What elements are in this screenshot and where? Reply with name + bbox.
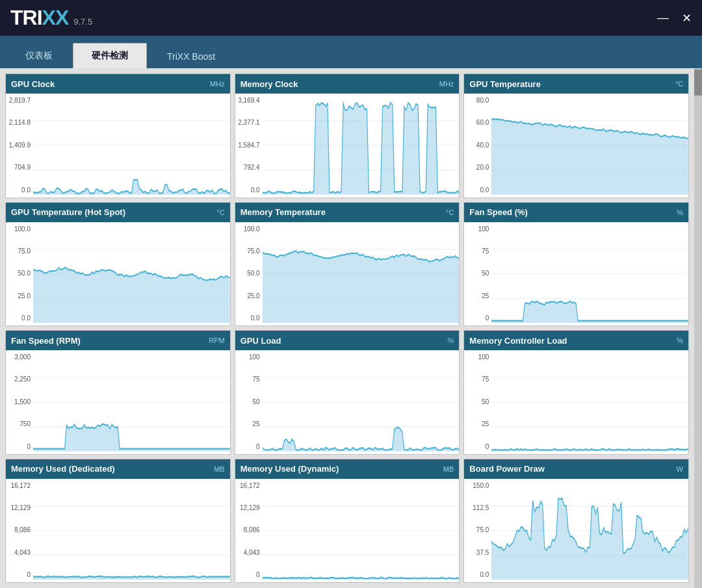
- y-axis-gpu-load: 1007550250: [235, 353, 263, 452]
- y-axis-label: 0.0: [21, 315, 31, 322]
- chart-unit-gpu-load: %: [448, 337, 454, 344]
- app-logo: TRIXX 9.7.5: [10, 6, 92, 30]
- tab-bar: 仪表板 硬件检测 TriXX Boost: [0, 36, 702, 68]
- y-axis-label: 50.0: [247, 270, 259, 277]
- y-axis-label: 1,584.7: [238, 142, 259, 149]
- chart-body-memory-clock: 3,169.42,377.11,584.7792.40.0: [235, 94, 460, 198]
- y-axis-label: 2,819.7: [9, 97, 31, 104]
- y-axis-gpu-temp: 80.060.040.020.00.0: [464, 96, 491, 195]
- chart-unit-memory-temp: °C: [446, 209, 454, 216]
- chart-title-mem-ctrl-load: Memory Controller Load: [469, 336, 567, 346]
- y-axis-label: 75.0: [476, 527, 489, 533]
- chart-body-gpu-temp-hotspot: 100.075.050.025.00.0: [6, 222, 230, 326]
- chart-header-fan-speed-pct: Fan Speed (%)%: [464, 203, 688, 222]
- y-axis-label: 50: [482, 270, 489, 277]
- chart-title-fan-speed-pct: Fan Speed (%): [469, 207, 528, 217]
- y-axis-label: 80.0: [476, 97, 489, 104]
- chart-title-gpu-load: GPU Load: [240, 336, 281, 346]
- y-axis-label: 2,377.1: [238, 120, 259, 126]
- y-axis-mem-used-dyn: 16,17212,1298,0864,0430: [235, 481, 263, 580]
- chart-svg-mem-used-dyn: [263, 481, 460, 580]
- title-bar: TRIXX 9.7.5 — ✕: [0, 0, 702, 36]
- tab-dashboard[interactable]: 仪表板: [6, 43, 72, 68]
- y-axis-label: 75: [482, 248, 489, 255]
- y-axis-label: 0: [256, 444, 260, 450]
- chart-unit-gpu-clock: MHz: [210, 80, 225, 88]
- chart-header-gpu-temp: GPU Temperature°C: [464, 74, 688, 94]
- y-axis-label: 50: [482, 399, 489, 405]
- y-axis-label: 100.0: [14, 226, 31, 233]
- chart-header-gpu-clock: GPU ClockMHz: [6, 74, 230, 94]
- chart-body-gpu-clock: 2,819.72,114.81,409.9704.90.0: [6, 94, 230, 198]
- y-axis-label: 8,086: [14, 527, 31, 533]
- y-axis-label: 0: [486, 315, 489, 322]
- y-axis-label: 25.0: [18, 293, 31, 300]
- y-axis-mem-used-ded: 16,17212,1298,0864,0430: [6, 481, 33, 580]
- chart-memory-temp: Memory Temperature°C100.075.050.025.00.0: [235, 202, 460, 327]
- scrollbar-thumb[interactable]: [694, 70, 702, 96]
- y-axis-memory-clock: 3,169.42,377.11,584.7792.40.0: [235, 96, 263, 195]
- chart-body-memory-temp: 100.075.050.025.00.0: [235, 222, 460, 326]
- chart-body-gpu-load: 1007550250: [235, 350, 460, 454]
- y-axis-label: 112.5: [473, 505, 489, 511]
- chart-header-fan-speed-rpm: Fan Speed (RPM)RPM: [6, 331, 230, 350]
- y-axis-label: 25: [482, 421, 489, 428]
- chart-gpu-temp: GPU Temperature°C80.060.040.020.00.0: [463, 73, 689, 198]
- y-axis-label: 0.0: [251, 315, 260, 322]
- chart-title-mem-used-ded: Memory Used (Dedicated): [11, 464, 115, 474]
- y-axis-label: 20.0: [476, 164, 489, 171]
- y-axis-label: 50: [253, 399, 260, 405]
- chart-unit-mem-used-dyn: MB: [443, 465, 454, 473]
- chart-svg-gpu-load: [263, 353, 460, 452]
- y-axis-fan-speed-rpm: 3,0002,2501,5007500: [6, 353, 33, 452]
- y-axis-label: 75.0: [247, 248, 259, 255]
- y-axis-label: 25.0: [247, 293, 259, 300]
- y-axis-label: 37.5: [476, 550, 489, 556]
- chart-body-mem-used-dyn: 16,17212,1298,0864,0430: [235, 479, 460, 583]
- chart-gpu-clock: GPU ClockMHz2,819.72,114.81,409.9704.90.…: [5, 73, 231, 198]
- chart-svg-board-power: [491, 481, 688, 580]
- chart-body-mem-used-ded: 16,17212,1298,0864,0430: [6, 479, 230, 583]
- tab-hardware[interactable]: 硬件检测: [73, 43, 147, 68]
- y-axis-memory-temp: 100.075.050.025.00.0: [235, 225, 263, 324]
- chart-unit-mem-ctrl-load: %: [677, 337, 683, 344]
- chart-header-memory-temp: Memory Temperature°C: [235, 203, 460, 222]
- chart-fan-speed-pct: Fan Speed (%)%1007550250: [463, 202, 689, 327]
- minimize-button[interactable]: —: [657, 11, 669, 25]
- y-axis-label: 100.0: [244, 226, 260, 233]
- chart-svg-gpu-temp: [491, 96, 688, 195]
- y-axis-label: 25: [482, 293, 489, 300]
- y-axis-label: 0: [27, 444, 31, 450]
- chart-svg-memory-temp: [263, 225, 460, 324]
- y-axis-label: 3,169.4: [238, 97, 259, 104]
- chart-unit-gpu-temp: °C: [675, 80, 683, 88]
- chart-svg-mem-ctrl-load: [491, 353, 688, 452]
- y-axis-label: 100: [478, 226, 489, 233]
- y-axis-label: 12,129: [240, 505, 260, 511]
- chart-title-memory-temp: Memory Temperature: [240, 207, 326, 217]
- y-axis-label: 40.0: [476, 142, 489, 149]
- y-axis-label: 792.4: [244, 164, 260, 171]
- chart-header-board-power: Board Power DrawW: [464, 459, 688, 479]
- scrollbar[interactable]: [694, 68, 702, 588]
- chart-header-memory-clock: Memory ClockMHz: [235, 74, 460, 94]
- y-axis-label: 75: [253, 376, 260, 383]
- y-axis-label: 1,500: [14, 399, 31, 405]
- chart-unit-fan-speed-rpm: RPM: [209, 337, 224, 344]
- chart-svg-fan-speed-rpm: [33, 353, 230, 452]
- chart-unit-fan-speed-pct: %: [677, 209, 683, 216]
- chart-title-gpu-clock: GPU Clock: [11, 79, 55, 89]
- y-axis-fan-speed-pct: 1007550250: [464, 225, 491, 324]
- chart-svg-gpu-clock: [33, 96, 230, 195]
- chart-header-gpu-load: GPU Load%: [235, 331, 460, 350]
- chart-mem-used-ded: Memory Used (Dedicated)MB16,17212,1298,0…: [5, 459, 231, 583]
- y-axis-label: 4,043: [14, 550, 31, 556]
- chart-title-gpu-temp: GPU Temperature: [469, 79, 541, 89]
- y-axis-label: 16,172: [10, 483, 31, 489]
- tab-boost[interactable]: TriXX Boost: [148, 44, 234, 68]
- y-axis-label: 12,129: [10, 505, 31, 511]
- y-axis-label: 0.0: [480, 572, 489, 578]
- chart-body-fan-speed-rpm: 3,0002,2501,5007500: [6, 350, 230, 454]
- close-button[interactable]: ✕: [682, 11, 692, 25]
- main-content: GPU ClockMHz2,819.72,114.81,409.9704.90.…: [0, 68, 702, 588]
